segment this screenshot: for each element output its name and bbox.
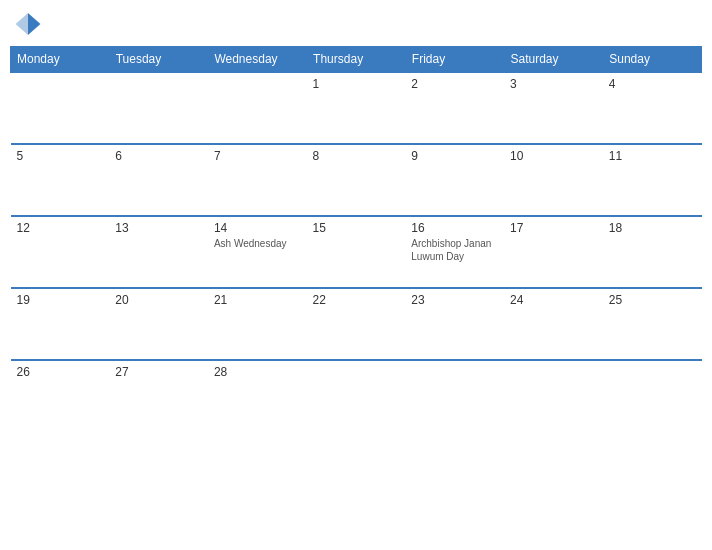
day-cell: 28 bbox=[208, 360, 307, 432]
svg-marker-1 bbox=[16, 13, 28, 35]
day-number: 10 bbox=[510, 149, 597, 163]
day-cell: 24 bbox=[504, 288, 603, 360]
day-cell bbox=[109, 72, 208, 144]
day-cell: 12 bbox=[11, 216, 110, 288]
day-number: 12 bbox=[17, 221, 104, 235]
day-cell bbox=[405, 360, 504, 432]
svg-marker-0 bbox=[28, 13, 40, 35]
day-number: 24 bbox=[510, 293, 597, 307]
day-number: 28 bbox=[214, 365, 301, 379]
day-number: 7 bbox=[214, 149, 301, 163]
week-row-1: 1234 bbox=[11, 72, 702, 144]
day-cell: 20 bbox=[109, 288, 208, 360]
day-cell: 16Archbishop Janan Luwum Day bbox=[405, 216, 504, 288]
day-number: 6 bbox=[115, 149, 202, 163]
day-cell bbox=[504, 360, 603, 432]
day-cell: 10 bbox=[504, 144, 603, 216]
day-number: 19 bbox=[17, 293, 104, 307]
day-number: 26 bbox=[17, 365, 104, 379]
day-cell: 9 bbox=[405, 144, 504, 216]
week-row-4: 19202122232425 bbox=[11, 288, 702, 360]
weekday-header-saturday: Saturday bbox=[504, 47, 603, 73]
day-cell: 5 bbox=[11, 144, 110, 216]
day-cell: 27 bbox=[109, 360, 208, 432]
day-cell: 7 bbox=[208, 144, 307, 216]
day-number: 18 bbox=[609, 221, 696, 235]
day-number: 17 bbox=[510, 221, 597, 235]
day-cell: 1 bbox=[307, 72, 406, 144]
day-number: 15 bbox=[313, 221, 400, 235]
day-cell: 25 bbox=[603, 288, 702, 360]
day-number: 21 bbox=[214, 293, 301, 307]
day-cell: 22 bbox=[307, 288, 406, 360]
calendar-container: MondayTuesdayWednesdayThursdayFridaySatu… bbox=[0, 0, 712, 550]
event-text: Archbishop Janan Luwum Day bbox=[411, 237, 498, 263]
day-cell bbox=[307, 360, 406, 432]
weekday-header-thursday: Thursday bbox=[307, 47, 406, 73]
logo-icon bbox=[14, 10, 42, 38]
day-number: 20 bbox=[115, 293, 202, 307]
weekday-header-friday: Friday bbox=[405, 47, 504, 73]
day-cell bbox=[208, 72, 307, 144]
day-number: 9 bbox=[411, 149, 498, 163]
day-cell bbox=[11, 72, 110, 144]
weekday-header-sunday: Sunday bbox=[603, 47, 702, 73]
day-number: 2 bbox=[411, 77, 498, 91]
day-cell: 19 bbox=[11, 288, 110, 360]
day-number: 8 bbox=[313, 149, 400, 163]
day-number: 11 bbox=[609, 149, 696, 163]
day-cell bbox=[603, 360, 702, 432]
day-cell: 23 bbox=[405, 288, 504, 360]
day-number: 13 bbox=[115, 221, 202, 235]
day-cell: 26 bbox=[11, 360, 110, 432]
weekday-header-monday: Monday bbox=[11, 47, 110, 73]
day-cell: 11 bbox=[603, 144, 702, 216]
day-cell: 15 bbox=[307, 216, 406, 288]
week-row-3: 121314Ash Wednesday1516Archbishop Janan … bbox=[11, 216, 702, 288]
day-number: 1 bbox=[313, 77, 400, 91]
day-cell: 17 bbox=[504, 216, 603, 288]
day-number: 3 bbox=[510, 77, 597, 91]
day-cell: 18 bbox=[603, 216, 702, 288]
logo bbox=[14, 10, 44, 38]
day-number: 14 bbox=[214, 221, 301, 235]
day-number: 23 bbox=[411, 293, 498, 307]
day-number: 5 bbox=[17, 149, 104, 163]
day-cell: 4 bbox=[603, 72, 702, 144]
weekday-header-tuesday: Tuesday bbox=[109, 47, 208, 73]
day-cell: 6 bbox=[109, 144, 208, 216]
weekday-header-row: MondayTuesdayWednesdayThursdayFridaySatu… bbox=[11, 47, 702, 73]
day-cell: 21 bbox=[208, 288, 307, 360]
day-number: 16 bbox=[411, 221, 498, 235]
calendar-grid: MondayTuesdayWednesdayThursdayFridaySatu… bbox=[10, 46, 702, 432]
day-cell: 14Ash Wednesday bbox=[208, 216, 307, 288]
day-number: 27 bbox=[115, 365, 202, 379]
day-number: 25 bbox=[609, 293, 696, 307]
calendar-header bbox=[10, 10, 702, 38]
week-row-5: 262728 bbox=[11, 360, 702, 432]
day-number: 22 bbox=[313, 293, 400, 307]
event-text: Ash Wednesday bbox=[214, 237, 301, 250]
week-row-2: 567891011 bbox=[11, 144, 702, 216]
weekday-header-wednesday: Wednesday bbox=[208, 47, 307, 73]
day-number: 4 bbox=[609, 77, 696, 91]
day-cell: 8 bbox=[307, 144, 406, 216]
day-cell: 13 bbox=[109, 216, 208, 288]
day-cell: 2 bbox=[405, 72, 504, 144]
day-cell: 3 bbox=[504, 72, 603, 144]
